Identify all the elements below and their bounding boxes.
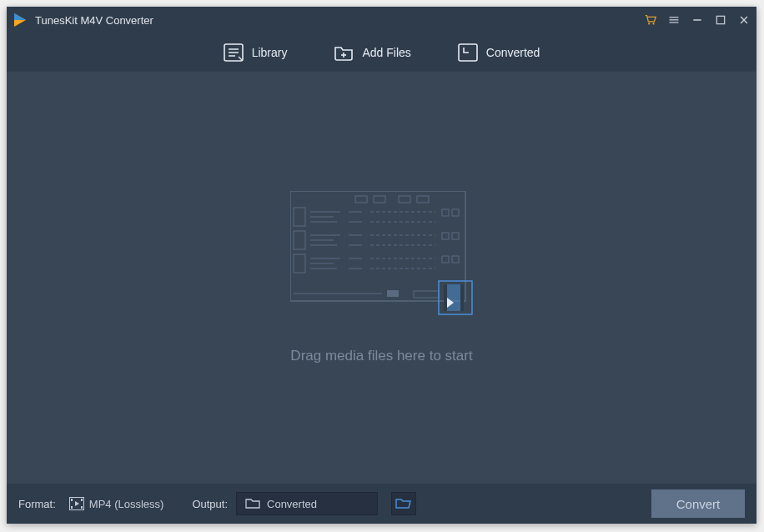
output-label: Output: (192, 498, 228, 510)
svg-rect-55 (387, 290, 399, 297)
svg-rect-8 (716, 16, 724, 23)
toolbar: Library Add Files Converted (7, 33, 756, 72)
drop-area[interactable]: Drag media files here to start (7, 72, 756, 484)
library-label: Library (252, 46, 288, 59)
minimize-button[interactable] (690, 13, 705, 28)
folder-plus-icon (334, 43, 354, 62)
svg-rect-34 (294, 231, 305, 249)
drop-hint-text: Drag media files here to start (290, 348, 472, 364)
svg-marker-1 (14, 13, 26, 20)
svg-rect-43 (452, 233, 459, 239)
svg-rect-53 (452, 256, 459, 263)
format-value: MP4 (Lossless) (89, 498, 164, 510)
cart-icon[interactable] (643, 13, 658, 28)
svg-rect-7 (693, 19, 701, 21)
svg-marker-67 (75, 501, 79, 506)
maximize-button[interactable] (713, 13, 728, 28)
add-files-button[interactable]: Add Files (334, 43, 410, 62)
library-list-icon (224, 43, 244, 62)
svg-point-3 (652, 23, 654, 24)
output-value: Converted (267, 498, 317, 510)
app-logo-icon (12, 12, 28, 28)
menu-icon[interactable] (666, 13, 681, 28)
app-window: TunesKit M4V Converter (7, 7, 756, 524)
svg-rect-59 (444, 284, 447, 311)
svg-point-2 (648, 23, 650, 24)
svg-rect-66 (81, 506, 83, 509)
format-selector[interactable]: MP4 (Lossless) (64, 494, 169, 514)
svg-rect-23 (417, 196, 429, 203)
convert-button[interactable]: Convert (651, 489, 745, 518)
converted-label: Converted (486, 46, 540, 59)
format-mp4-icon (69, 497, 84, 510)
svg-rect-44 (294, 254, 305, 273)
library-button[interactable]: Library (224, 43, 288, 62)
format-label: Format: (18, 498, 56, 510)
svg-rect-5 (670, 19, 679, 20)
svg-rect-4 (670, 17, 679, 18)
close-button[interactable] (736, 13, 751, 28)
svg-rect-64 (81, 499, 83, 501)
svg-rect-56 (414, 291, 439, 298)
bottom-bar: Format: MP4 (Lossless) Output: Converted (7, 484, 756, 524)
svg-rect-65 (71, 506, 73, 509)
svg-rect-42 (442, 233, 449, 239)
output-path-box[interactable]: Converted (236, 492, 378, 515)
convert-label: Convert (676, 497, 721, 511)
folder-icon (245, 497, 260, 511)
svg-rect-21 (374, 196, 385, 203)
svg-rect-22 (399, 196, 410, 203)
browse-output-button[interactable] (391, 492, 416, 515)
converted-button[interactable]: Converted (458, 43, 540, 62)
title-bar: TunesKit M4V Converter (7, 7, 756, 33)
drop-placeholder-illustration (290, 191, 474, 316)
svg-rect-63 (71, 499, 73, 501)
svg-rect-32 (442, 209, 449, 216)
svg-rect-60 (460, 284, 464, 311)
app-title: TunesKit M4V Converter (35, 14, 153, 27)
svg-line-15 (239, 57, 242, 60)
svg-rect-33 (452, 209, 459, 216)
add-files-label: Add Files (362, 46, 410, 59)
folder-open-icon (395, 497, 412, 511)
clock-check-icon (458, 43, 478, 62)
svg-rect-24 (294, 208, 305, 226)
svg-rect-52 (442, 256, 449, 263)
svg-rect-20 (355, 196, 367, 203)
svg-rect-6 (670, 22, 679, 23)
window-controls (643, 13, 751, 28)
